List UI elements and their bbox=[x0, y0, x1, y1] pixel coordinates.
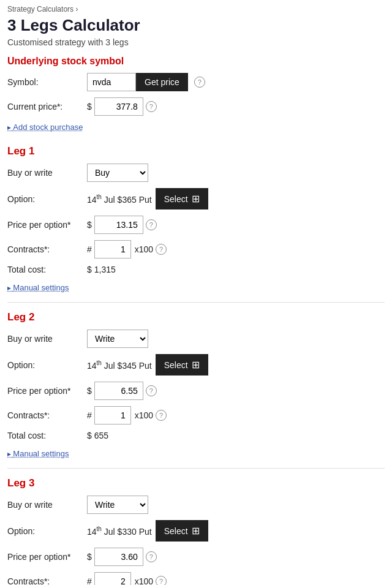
leg2-select-button[interactable]: Select ⊞ bbox=[156, 354, 208, 376]
leg1-price-label: Price per option* bbox=[7, 220, 87, 230]
leg2-total-cost-row: Total cost: $ 655 bbox=[7, 431, 385, 440]
leg2-total-cost-label: Total cost: bbox=[7, 431, 87, 440]
leg3-contracts-label: Contracts*: bbox=[7, 576, 87, 585]
current-price-row: Current price*: $ ? bbox=[7, 97, 385, 116]
leg2-hash: # bbox=[87, 410, 92, 420]
leg1-price-dollar: $ bbox=[87, 220, 92, 230]
leg2-title: Leg 2 bbox=[7, 311, 385, 323]
leg1-x100: x100 bbox=[135, 244, 153, 254]
leg2-price-row: Price per option* $ ? bbox=[7, 382, 385, 400]
leg2-price-input[interactable] bbox=[94, 382, 143, 400]
symbol-input[interactable] bbox=[87, 73, 136, 91]
leg1-price-row: Price per option* $ ? bbox=[7, 216, 385, 234]
leg3-contracts-row: Contracts*: # x100 ? bbox=[7, 572, 385, 585]
leg2-price-dollar: $ bbox=[87, 386, 92, 396]
current-price-dollar: $ bbox=[87, 102, 92, 111]
leg2-price-label: Price per option* bbox=[7, 386, 87, 396]
leg3-x100: x100 bbox=[135, 576, 153, 585]
leg2-x100: x100 bbox=[135, 410, 153, 420]
leg1-select-button[interactable]: Select ⊞ bbox=[156, 188, 208, 209]
current-price-label: Current price*: bbox=[7, 102, 87, 111]
leg2-option-label: Option: bbox=[7, 360, 87, 370]
leg1-price-help-icon[interactable]: ? bbox=[146, 219, 157, 230]
leg2-buy-write-label: Buy or write bbox=[7, 334, 87, 344]
leg3-contracts-input[interactable] bbox=[94, 572, 131, 585]
add-stock-purchase-link[interactable]: Add stock purchase bbox=[7, 123, 83, 132]
leg1-total-cost-value: 1,315 bbox=[94, 265, 116, 274]
leg2-contracts-row: Contracts*: # x100 ? bbox=[7, 406, 385, 425]
leg1-total-cost-row: Total cost: $ 1,315 bbox=[7, 265, 385, 274]
underlying-section-header: Underlying stock symbol bbox=[7, 56, 385, 67]
leg2-option-text: 14th Jul $345 Put bbox=[87, 360, 152, 371]
leg1-price-input[interactable] bbox=[94, 216, 143, 234]
symbol-row: Symbol: Get price ? bbox=[7, 73, 385, 91]
leg1-option-row: Option: 14th Jul $365 Put Select ⊞ bbox=[7, 188, 385, 209]
leg2-manual-settings-link[interactable]: Manual settings bbox=[7, 449, 69, 458]
leg3-option-row: Option: 14th Jul $330 Put Select ⊞ bbox=[7, 520, 385, 542]
leg2-total-dollar: $ bbox=[87, 431, 92, 440]
leg3-buy-write-row: Buy or write Buy Write bbox=[7, 496, 385, 514]
leg2-select-icon: ⊞ bbox=[192, 359, 200, 371]
leg2-total-cost-value: 655 bbox=[94, 431, 108, 440]
current-price-help-icon[interactable]: ? bbox=[146, 101, 157, 112]
leg2-buy-write-select[interactable]: Buy Write bbox=[87, 330, 148, 348]
leg2-contracts-input[interactable] bbox=[94, 406, 131, 425]
leg1-title: Leg 1 bbox=[7, 145, 385, 157]
leg3-price-dollar: $ bbox=[87, 552, 92, 562]
leg1-contracts-row: Contracts*: # x100 ? bbox=[7, 240, 385, 259]
leg1-contracts-label: Contracts*: bbox=[7, 244, 87, 254]
leg1-total-cost-label: Total cost: bbox=[7, 265, 87, 274]
leg2-divider bbox=[7, 468, 385, 469]
leg1-select-icon: ⊞ bbox=[192, 193, 200, 205]
leg1-contracts-help-icon[interactable]: ? bbox=[156, 244, 167, 255]
breadcrumb-link[interactable]: Strategy Calculators bbox=[7, 5, 74, 13]
leg1-contracts-input[interactable] bbox=[94, 240, 131, 259]
breadcrumb-separator: › bbox=[75, 5, 78, 13]
leg3-buy-write-label: Buy or write bbox=[7, 500, 87, 510]
leg1-option-label: Option: bbox=[7, 194, 87, 204]
leg3-price-input[interactable] bbox=[94, 548, 143, 566]
leg1-buy-write-row: Buy or write Buy Write bbox=[7, 164, 385, 182]
leg3-select-button[interactable]: Select ⊞ bbox=[156, 520, 208, 542]
leg3-select-icon: ⊞ bbox=[192, 525, 200, 537]
leg3-price-label: Price per option* bbox=[7, 552, 87, 562]
leg2-price-help-icon[interactable]: ? bbox=[146, 385, 157, 396]
leg1-buy-write-label: Buy or write bbox=[7, 168, 87, 178]
leg2-option-row: Option: 14th Jul $345 Put Select ⊞ bbox=[7, 354, 385, 376]
leg3-price-row: Price per option* $ ? bbox=[7, 548, 385, 566]
leg1-option-text: 14th Jul $365 Put bbox=[87, 194, 152, 205]
get-price-button[interactable]: Get price bbox=[136, 73, 188, 91]
leg1-hash: # bbox=[87, 244, 92, 254]
page-title: 3 Legs Calculator bbox=[7, 16, 385, 35]
page-subtitle: Customised strategy with 3 legs bbox=[7, 37, 385, 47]
leg1-buy-write-select[interactable]: Buy Write bbox=[87, 164, 148, 182]
leg3-title: Leg 3 bbox=[7, 477, 385, 489]
breadcrumb: Strategy Calculators › bbox=[7, 5, 385, 13]
leg3-option-label: Option: bbox=[7, 526, 87, 536]
leg3-price-help-icon[interactable]: ? bbox=[146, 551, 157, 562]
leg2-contracts-help-icon[interactable]: ? bbox=[156, 410, 167, 421]
leg3-buy-write-select[interactable]: Buy Write bbox=[87, 496, 148, 514]
leg3-option-text: 14th Jul $330 Put bbox=[87, 526, 152, 537]
leg3-contracts-help-icon[interactable]: ? bbox=[156, 576, 167, 585]
leg2-buy-write-row: Buy or write Buy Write bbox=[7, 330, 385, 348]
symbol-label: Symbol: bbox=[7, 77, 87, 87]
leg1-manual-settings-link[interactable]: Manual settings bbox=[7, 283, 69, 292]
current-price-input[interactable] bbox=[94, 97, 143, 116]
symbol-help-icon[interactable]: ? bbox=[194, 77, 205, 88]
leg2-contracts-label: Contracts*: bbox=[7, 410, 87, 420]
leg1-total-dollar: $ bbox=[87, 265, 92, 274]
leg1-divider bbox=[7, 302, 385, 303]
leg3-hash: # bbox=[87, 576, 92, 585]
